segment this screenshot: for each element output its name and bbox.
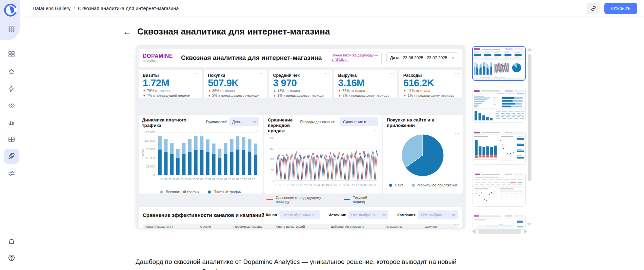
grouping-select[interactable]: День <box>229 117 259 126</box>
kpi-card-revenue: ⋯ Выручка 3.16M ▼86% от плана ▼2% к пред… <box>334 70 397 98</box>
svg-text:24.06.25: 24.06.25 <box>160 178 172 181</box>
quick-actions-lightning-icon[interactable] <box>4 81 19 96</box>
svg-text:61: 61 <box>339 183 342 187</box>
kpi-menu-icon[interactable]: ⋯ <box>259 71 264 76</box>
sidebar <box>0 0 23 270</box>
chart-menu-icon[interactable]: ⋯ <box>373 128 378 133</box>
svg-text:50 000: 50 000 <box>146 156 155 160</box>
svg-text:9: 9 <box>284 183 285 187</box>
vertical-scrollbar[interactable] <box>528 54 531 181</box>
dashboard-header: DOPAMINE analytics Сквозная аналитика дл… <box>139 49 462 67</box>
kpi-value: 507.9K <box>208 78 263 88</box>
kpi-card-costs: ⋯ Расходы 616.2K ▼41% от плана ▼1% к пре… <box>399 70 462 98</box>
down-arrow-icon: ▼ <box>338 89 341 93</box>
campaign-select[interactable]: Нет выбранн... <box>418 210 458 219</box>
dashboard-title: Сквозная аналитика для интернет-магазина <box>181 54 322 62</box>
svg-text:33: 33 <box>308 183 312 187</box>
svg-text:125 000: 125 000 <box>144 131 155 134</box>
channel-select[interactable]: Нет выбранных з... <box>280 210 320 219</box>
topbar-actions: Открыть <box>587 3 637 14</box>
datalens-logo-icon <box>4 3 17 17</box>
thumbnail-3[interactable] <box>472 130 526 165</box>
kpi-menu-icon[interactable]: ⋯ <box>455 71 459 76</box>
kpi-menu-icon[interactable]: ⋯ <box>390 71 394 76</box>
app-root: DataLens Gallery / Сквозная аналитика дл… <box>0 0 644 270</box>
page-head: ← Сквозная аналитика для интернет-магази… <box>123 26 644 37</box>
date-filter[interactable]: Дата 23.06.2025 - 23.07.2025 × <box>386 52 458 63</box>
svg-text:1: 1 <box>275 183 277 187</box>
purchases-chart-card: Покупки на сайте и в приложении ⋯ Сайт М… <box>383 115 463 194</box>
kpi-menu-icon[interactable]: ⋯ <box>325 71 329 76</box>
open-button[interactable]: Открыть <box>604 3 637 14</box>
comparison-section: Сравнение эффективности каналов и кампан… <box>139 207 462 229</box>
scroll-up-arrow-icon[interactable] <box>527 48 532 51</box>
svg-text:77: 77 <box>356 183 359 187</box>
dashboard-preview[interactable]: DOPAMINE analytics Сквозная аналитика дл… <box>136 45 465 229</box>
table-menu-icon[interactable]: ⋯ <box>455 222 459 227</box>
help-question-icon[interactable] <box>4 250 19 265</box>
charts-row: Динамика платного трафика Группировка* Д… <box>139 115 462 194</box>
favorites-star-icon[interactable] <box>4 64 19 79</box>
grouping-label: Группировка* <box>206 120 227 124</box>
legend-dot-dark <box>208 190 211 194</box>
traffic-legend: Бесплатный трафик Платный трафик <box>141 190 261 194</box>
purchases-pie-chart <box>385 130 461 182</box>
date-clear-icon[interactable]: × <box>447 55 455 61</box>
kpi-menu-icon[interactable]: ⋯ <box>194 71 199 76</box>
thumbnail-1-image <box>473 47 525 80</box>
svg-text:25: 25 <box>300 183 303 187</box>
settings-sliders-icon[interactable] <box>4 166 19 181</box>
channel-filter: Канал Нет выбранных з... <box>266 210 320 219</box>
svg-text:0: 0 <box>273 179 274 182</box>
svg-text:81: 81 <box>360 183 363 187</box>
svg-text:30.06.25: 30.06.25 <box>196 178 207 181</box>
chevron-down-icon <box>382 214 386 216</box>
traffic-chart-card: Динамика платного трафика Группировка* Д… <box>139 115 263 194</box>
date-filter-value: 23.06.2025 - 23.07.2025 <box>403 55 447 60</box>
thumbnail-1-selected[interactable] <box>472 46 526 81</box>
periods-filter-label: Периоды для сравнен... <box>300 120 338 124</box>
periods-select[interactable]: Сравнение к ... <box>340 117 378 126</box>
charts-icon[interactable] <box>4 115 19 130</box>
thumbnail-3-image <box>472 130 525 163</box>
back-arrow[interactable]: ← <box>123 28 131 36</box>
svg-text:29: 29 <box>304 183 308 187</box>
svg-text:200: 200 <box>269 136 274 140</box>
connections-icon[interactable] <box>4 98 19 113</box>
svg-text:0: 0 <box>153 173 155 177</box>
down-arrow-icon: ▼ <box>403 94 406 98</box>
promo-link[interactable]: Нужен такой же дашборд? — > DPMN.ru <box>328 51 382 65</box>
svg-text:50: 50 <box>271 168 275 172</box>
widgets-icon[interactable] <box>4 47 19 62</box>
chevron-down-icon <box>253 121 257 123</box>
purchases-legend: Сайт Мобильное приложение <box>385 183 461 187</box>
down-arrow-icon: ▼ <box>208 94 211 98</box>
notifications-bell-icon[interactable] <box>4 234 19 249</box>
svg-text:06.07.25: 06.07.25 <box>232 178 243 181</box>
scroll-down-arrow-icon[interactable] <box>527 223 531 226</box>
svg-text:100 000: 100 000 <box>144 139 155 143</box>
svg-text:49: 49 <box>326 183 329 187</box>
copy-link-button[interactable] <box>587 3 600 14</box>
tables-icon[interactable] <box>4 132 19 147</box>
datalens-logo[interactable] <box>4 3 17 17</box>
scroll-left-arrow-icon[interactable] <box>472 229 476 234</box>
kpi-value: 616.2K <box>403 78 458 88</box>
legend-dot-light <box>160 190 163 194</box>
thumbnail-2[interactable] <box>472 88 526 123</box>
thumbnail-5-image <box>472 214 525 230</box>
thumbnail-4[interactable] <box>472 172 526 207</box>
breadcrumb-root[interactable]: DataLens Gallery <box>33 6 71 11</box>
chart-menu-icon[interactable]: ⋯ <box>455 131 459 136</box>
dashboards-icon[interactable] <box>4 149 19 164</box>
chart-menu-icon[interactable]: ⋯ <box>254 128 259 133</box>
thumbnail-5[interactable] <box>472 214 526 230</box>
purchases-chart-title: Покупки на сайте и в приложении <box>387 117 448 128</box>
source-select[interactable]: Нет выбранн... <box>348 210 388 219</box>
source-filter: Источник Нет выбранн... <box>328 210 388 219</box>
horizontal-scrollbar-thumb[interactable] <box>478 229 521 234</box>
svg-text:17: 17 <box>291 183 295 187</box>
apps-grid-icon[interactable] <box>4 21 19 36</box>
scroll-right-arrow-icon[interactable] <box>524 229 527 234</box>
main-area: DataLens Gallery / Сквозная аналитика дл… <box>23 0 644 270</box>
